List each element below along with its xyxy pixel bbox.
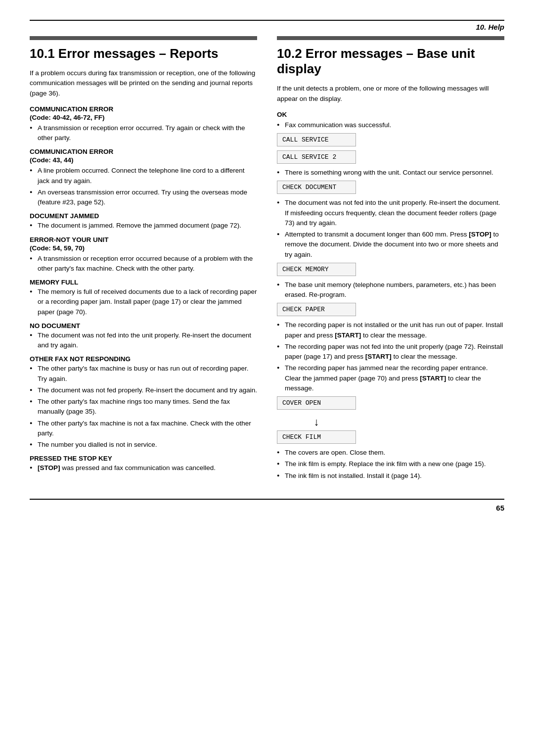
memory-full-bullets: The memory is full of received documents… — [30, 287, 257, 317]
list-item: The covers are open. Close them. — [277, 448, 504, 458]
page-header: 10. Help — [30, 23, 504, 31]
two-col-layout: 10.1 Error messages – Reports If a probl… — [30, 36, 504, 484]
list-item: A line problem occurred. Connect the tel… — [30, 166, 257, 186]
list-item: The document is jammed. Remove the jamme… — [30, 221, 257, 231]
no-document-heading: NO DOCUMENT — [30, 322, 257, 330]
error-not-your-unit-heading: ERROR-NOT YOUR UNIT — [30, 236, 257, 243]
stop-key-bullets: [STOP] was pressed and fax communication… — [30, 463, 257, 473]
cover-film-bullets: The covers are open. Close them. The ink… — [277, 448, 504, 481]
list-item: The document was not fed into the unit p… — [30, 331, 257, 351]
col-right: 10.2 Error messages – Base unit display … — [277, 36, 504, 484]
top-rule — [30, 20, 504, 21]
section-10-1-intro: If a problem occurs during fax transmiss… — [30, 68, 257, 98]
subsection-comm-error-1: COMMUNICATION ERROR (Code: 40-42, 46-72,… — [30, 105, 257, 143]
comm-error-1-bullets: A transmission or reception error occurr… — [30, 123, 257, 143]
subsection-memory-full: MEMORY FULL The memory is full of receiv… — [30, 279, 257, 317]
check-paper-bullets: The recording paper is not installed or … — [277, 320, 504, 393]
section-10-2-intro: If the unit detects a problem, one or mo… — [277, 84, 504, 104]
comm-error-1-subheading: (Code: 40-42, 46-72, FF) — [30, 114, 257, 121]
subsection-no-document: NO DOCUMENT The document was not fed int… — [30, 322, 257, 351]
ok-section: OK Fax communication was successful. — [277, 111, 504, 130]
doc-jammed-bullets: The document is jammed. Remove the jamme… — [30, 221, 257, 231]
bottom-bar: 65 — [30, 499, 504, 512]
list-item: The recording paper is not installed or … — [277, 320, 504, 340]
list-item: The other party's fax machine is not a f… — [30, 419, 257, 439]
check-film-display: CHECK FILM — [277, 430, 356, 444]
call-service-section: CALL SERVICE CALL SERVICE 2 There is som… — [277, 133, 504, 178]
other-fax-heading: OTHER FAX NOT RESPONDING — [30, 355, 257, 363]
subsection-stop-key: PRESSED THE STOP KEY [STOP] was pressed … — [30, 455, 257, 473]
list-item: Fax communication was successful. — [277, 120, 504, 130]
list-item: The memory is full of received documents… — [30, 287, 257, 317]
subsection-comm-error-2: COMMUNICATION ERROR (Code: 43, 44) A lin… — [30, 148, 257, 207]
call-service-bullets: There is something wrong with the unit. … — [277, 168, 504, 178]
list-item: An overseas transmission error occurred.… — [30, 188, 257, 208]
ok-bullets: Fax communication was successful. — [277, 120, 504, 130]
cover-open-display: COVER OPEN — [277, 396, 356, 410]
check-document-bullets: The document was not fed into the unit p… — [277, 198, 504, 260]
page-number: 65 — [496, 504, 504, 512]
header-title: 10. Help — [476, 23, 504, 31]
error-not-your-unit-subheading: (Code: 54, 59, 70) — [30, 244, 257, 252]
list-item: The base unit memory (telephone numbers,… — [277, 280, 504, 300]
check-document-section: CHECK DOCUMENT The document was not fed … — [277, 181, 504, 260]
subsection-other-fax: OTHER FAX NOT RESPONDING The other party… — [30, 355, 257, 450]
dark-bar-left — [30, 36, 257, 40]
list-item: There is something wrong with the unit. … — [277, 168, 504, 178]
comm-error-1-heading: COMMUNICATION ERROR — [30, 105, 257, 113]
subsection-error-not-your-unit: ERROR-NOT YOUR UNIT (Code: 54, 59, 70) A… — [30, 236, 257, 274]
list-item: A transmission or reception error occurr… — [30, 254, 257, 274]
section-10-2-title: 10.2 Error messages – Base unit display — [277, 46, 504, 77]
ok-label: OK — [277, 111, 504, 118]
arrow-down-icon: ↓ — [277, 416, 356, 428]
memory-full-heading: MEMORY FULL — [30, 279, 257, 286]
check-document-display: CHECK DOCUMENT — [277, 181, 356, 194]
subsection-doc-jammed: DOCUMENT JAMMED The document is jammed. … — [30, 212, 257, 231]
doc-jammed-heading: DOCUMENT JAMMED — [30, 212, 257, 220]
call-service-2-display: CALL SERVICE 2 — [277, 150, 356, 164]
comm-error-2-heading: COMMUNICATION ERROR — [30, 148, 257, 155]
call-service-display: CALL SERVICE — [277, 133, 356, 146]
check-paper-section: CHECK PAPER The recording paper is not i… — [277, 303, 504, 393]
page-container: 10. Help 10.1 Error messages – Reports I… — [0, 0, 534, 756]
dark-bar-right — [277, 36, 504, 40]
comm-error-2-subheading: (Code: 43, 44) — [30, 156, 257, 164]
col-left: 10.1 Error messages – Reports If a probl… — [30, 36, 257, 484]
list-item: Attempted to transmit a document longer … — [277, 230, 504, 260]
check-memory-bullets: The base unit memory (telephone numbers,… — [277, 280, 504, 300]
list-item: A transmission or reception error occurr… — [30, 123, 257, 143]
check-paper-display: CHECK PAPER — [277, 303, 356, 316]
stop-key-heading: PRESSED THE STOP KEY — [30, 455, 257, 462]
list-item: The other party's fax machine rings too … — [30, 397, 257, 417]
comm-error-2-bullets: A line problem occurred. Connect the tel… — [30, 166, 257, 207]
list-item: [STOP] was pressed and fax communication… — [30, 463, 257, 473]
list-item: The other party's fax machine is busy or… — [30, 364, 257, 384]
list-item: The document was not fed properly. Re-in… — [30, 385, 257, 395]
list-item: The ink film is empty. Replace the ink f… — [277, 459, 504, 469]
check-memory-section: CHECK MEMORY The base unit memory (telep… — [277, 263, 504, 300]
section-10-1-title: 10.1 Error messages – Reports — [30, 46, 257, 61]
no-document-bullets: The document was not fed into the unit p… — [30, 331, 257, 351]
other-fax-bullets: The other party's fax machine is busy or… — [30, 364, 257, 450]
error-not-your-unit-bullets: A transmission or reception error occurr… — [30, 254, 257, 274]
list-item: The recording paper has jammed near the … — [277, 363, 504, 393]
list-item: The number you dialled is not in service… — [30, 440, 257, 450]
list-item: The document was not fed into the unit p… — [277, 198, 504, 228]
cover-film-section: COVER OPEN ↓ CHECK FILM The covers are o… — [277, 396, 504, 481]
check-memory-display: CHECK MEMORY — [277, 263, 356, 276]
list-item: The recording paper was not fed into the… — [277, 342, 504, 362]
list-item: The ink film is not installed. Install i… — [277, 471, 504, 481]
